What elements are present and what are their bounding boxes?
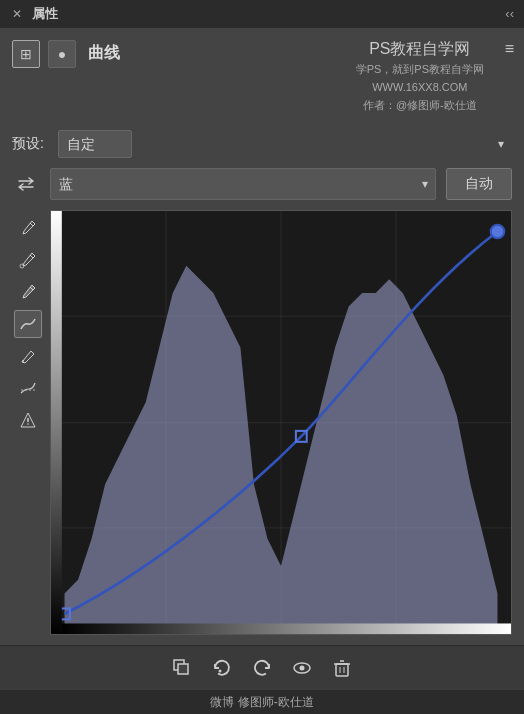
preset-row: 预设: 自定 默认值 中对比度 强对比度 ▾ bbox=[12, 130, 512, 158]
eyedropper-gray-icon bbox=[19, 251, 37, 269]
svg-line-1 bbox=[30, 255, 33, 258]
svg-rect-19 bbox=[62, 623, 511, 634]
svg-rect-18 bbox=[51, 211, 62, 634]
svg-point-24 bbox=[300, 666, 305, 671]
header-area: ⊞ ● 曲线 PS教程自学网 学PS，就到PS教程自学网 WWW.16XX8.C… bbox=[0, 28, 524, 120]
svg-point-17 bbox=[491, 224, 505, 238]
top-bar: ✕ 属性 ‹‹ bbox=[0, 0, 524, 28]
eyedropper-black-icon bbox=[19, 219, 37, 237]
panel-section-label: 曲线 bbox=[88, 43, 120, 64]
eye-button[interactable] bbox=[291, 657, 313, 679]
mask-button[interactable]: ● bbox=[48, 40, 76, 68]
eyedropper-black-button[interactable] bbox=[14, 214, 42, 242]
loop-icon bbox=[211, 657, 233, 679]
eyedropper-gray-button[interactable] bbox=[14, 246, 42, 274]
curve-canvas-area[interactable] bbox=[50, 210, 512, 635]
preset-arrow-icon: ▾ bbox=[498, 137, 504, 151]
watermark: PS教程自学网 学PS，就到PS教程自学网 WWW.16XX8.COM 作者：@… bbox=[356, 36, 484, 114]
stamp-icon bbox=[171, 657, 193, 679]
svg-point-6 bbox=[27, 423, 29, 425]
collapse-icon[interactable]: ‹‹ bbox=[505, 6, 514, 21]
eye-icon bbox=[291, 657, 313, 679]
preset-label: 预设: bbox=[12, 135, 48, 153]
main-content: 预设: 自定 默认值 中对比度 强对比度 ▾ RGB 红 绿 蓝 bbox=[0, 120, 524, 645]
eyedropper-white-button[interactable] bbox=[14, 278, 42, 306]
weibo-text: 微博 修图师-欧仕道 bbox=[210, 695, 313, 709]
svg-line-0 bbox=[30, 223, 33, 226]
left-tools bbox=[12, 210, 44, 635]
grid-view-button[interactable]: ⊞ bbox=[12, 40, 40, 68]
menu-icon[interactable]: ≡ bbox=[505, 40, 514, 58]
channel-icon[interactable] bbox=[12, 170, 40, 198]
channel-select-wrapper: RGB 红 绿 蓝 ▾ bbox=[50, 168, 436, 200]
panel-title: 属性 bbox=[32, 5, 58, 23]
curve-tool-icon bbox=[19, 315, 37, 333]
weibo-footer: 微博 修图师-欧仕道 bbox=[0, 690, 524, 714]
auto-button[interactable]: 自动 bbox=[446, 168, 512, 200]
curve-svg bbox=[51, 211, 511, 634]
curve-tool-button[interactable] bbox=[14, 310, 42, 338]
trash-button[interactable] bbox=[331, 657, 353, 679]
pencil-tool-button[interactable] bbox=[14, 342, 42, 370]
pencil-icon bbox=[19, 347, 37, 365]
eyedropper-white-icon bbox=[19, 283, 37, 301]
undo-button[interactable] bbox=[251, 657, 273, 679]
channel-row: RGB 红 绿 蓝 ▾ 自动 bbox=[12, 168, 512, 200]
swap-icon bbox=[15, 173, 37, 195]
smooth-icon bbox=[19, 379, 37, 397]
circle-icon: ● bbox=[58, 46, 66, 62]
stamp-button[interactable] bbox=[171, 657, 193, 679]
svg-point-22 bbox=[219, 670, 222, 673]
warning-icon bbox=[19, 411, 37, 429]
curve-section bbox=[12, 210, 512, 635]
close-button[interactable]: ✕ bbox=[10, 7, 24, 21]
preset-select[interactable]: 自定 默认值 中对比度 强对比度 bbox=[58, 130, 132, 158]
smooth-tool-button[interactable] bbox=[14, 374, 42, 402]
preset-select-wrapper: 自定 默认值 中对比度 强对比度 ▾ bbox=[58, 130, 512, 158]
bottom-toolbar bbox=[0, 645, 524, 690]
trash-icon bbox=[331, 657, 353, 679]
loop-button[interactable] bbox=[211, 657, 233, 679]
warning-button[interactable] bbox=[14, 406, 42, 434]
channel-select[interactable]: RGB 红 绿 蓝 bbox=[50, 168, 436, 200]
undo-icon bbox=[251, 657, 273, 679]
svg-rect-21 bbox=[178, 664, 188, 674]
grid-icon: ⊞ bbox=[20, 46, 32, 62]
svg-rect-25 bbox=[336, 664, 348, 676]
